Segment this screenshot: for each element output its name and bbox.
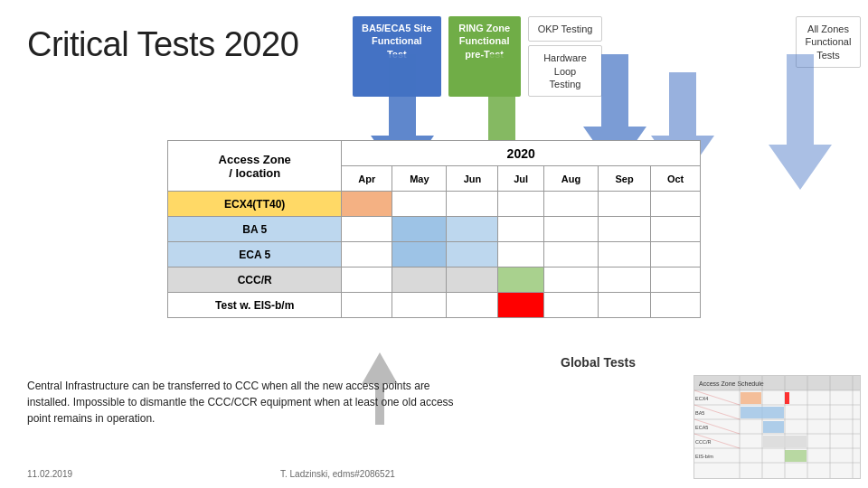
test-label: Test w. EIS-b/m: [168, 293, 342, 318]
svg-text:ECA5: ECA5: [695, 425, 708, 430]
footnote-date: 11.02.2019: [27, 469, 72, 479]
table-row: ECA 5: [168, 242, 701, 267]
svg-text:ECX4: ECX4: [695, 396, 708, 401]
col-location-header: Access Zone/ location: [168, 141, 342, 192]
col-sep: Sep: [599, 166, 651, 192]
ccc-label: CCC/R: [168, 267, 342, 293]
all-zones-label: All ZonesFunctionalTests: [796, 16, 861, 68]
page-title: Critical Tests 2020: [27, 25, 298, 64]
svg-text:CCC/R: CCC/R: [695, 439, 711, 445]
bottom-text: Central Infrastructure can be transferre…: [27, 378, 461, 427]
col-oct: Oct: [651, 166, 701, 192]
table-row: ECX4(TT40): [168, 192, 701, 217]
schedule-table: Access Zone/ location 2020 Apr May Jun J…: [167, 140, 701, 318]
hardware-loop-label: HardwareLoopTesting: [528, 45, 603, 97]
top-labels: BA5/ECA5 SiteFunctionalTest RING ZoneFun…: [353, 16, 602, 97]
mini-chart-svg: Access Zone Schedule: [694, 376, 861, 479]
col-may: May: [392, 166, 447, 192]
ring-zone-label: RING ZoneFunctionalpre-Test: [448, 16, 521, 97]
col-jun: Jun: [447, 166, 498, 192]
year-header: 2020: [342, 141, 701, 166]
eca5-label: ECA 5: [168, 242, 342, 267]
ba5-eca5-label: BA5/ECA5 SiteFunctionalTest: [353, 16, 441, 97]
svg-text:EIS-b/m: EIS-b/m: [695, 454, 713, 459]
page: Critical Tests 2020 BA5/ECA5 SiteFunctio…: [0, 0, 868, 488]
svg-rect-26: [785, 392, 789, 404]
table-row: CCC/R: [168, 267, 701, 293]
svg-rect-25: [785, 450, 807, 462]
ba5-label: BA 5: [168, 217, 342, 242]
table-row: Test w. EIS-b/m: [168, 293, 701, 318]
global-tests-label: Global Tests: [561, 355, 636, 370]
svg-text:Access Zone Schedule: Access Zone Schedule: [699, 380, 764, 387]
svg-text:BA5: BA5: [695, 410, 704, 416]
mini-chart: Access Zone Schedule: [693, 375, 861, 479]
table-row: BA 5: [168, 217, 701, 242]
col-apr: Apr: [342, 166, 392, 192]
svg-marker-4: [769, 54, 832, 190]
col-aug: Aug: [543, 166, 598, 192]
svg-rect-23: [763, 421, 784, 433]
okp-group: OKP Testing HardwareLoopTesting: [528, 16, 603, 97]
svg-rect-21: [741, 392, 761, 404]
footnote-author: T. Ladzinski, edms#2086521: [280, 469, 395, 479]
okp-label: OKP Testing: [528, 16, 603, 42]
svg-rect-22: [741, 407, 784, 418]
ecx4-label: ECX4(TT40): [168, 192, 342, 217]
col-jul: Jul: [498, 166, 544, 192]
svg-rect-24: [763, 436, 807, 447]
